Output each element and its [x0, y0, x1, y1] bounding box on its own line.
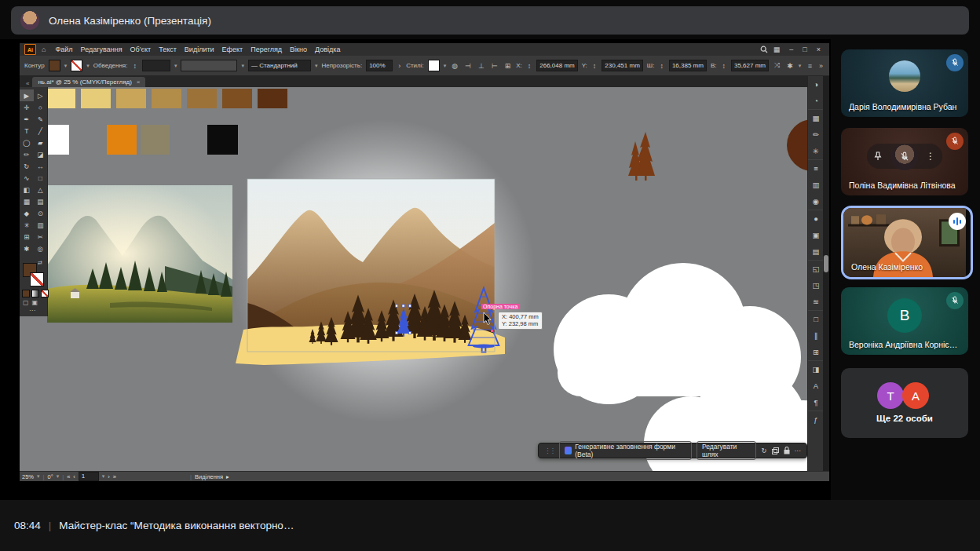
direct-selection-tool[interactable]: ▷: [34, 89, 48, 101]
menu-item[interactable]: Вікно: [286, 46, 311, 53]
refresh-icon[interactable]: ↻: [761, 447, 766, 454]
artboard-number-field[interactable]: 1: [79, 472, 99, 481]
symbol-sprayer-tool[interactable]: ✳: [20, 219, 34, 231]
width-field[interactable]: 16,385 mm: [669, 60, 707, 71]
symbols-panel-icon[interactable]: ✳: [808, 143, 824, 159]
stepper-icon[interactable]: ↕: [591, 62, 598, 70]
layers-panel-icon[interactable]: ▤: [808, 243, 824, 260]
properties-panel-icon[interactable]: ≋: [808, 294, 824, 310]
align-right-icon[interactable]: ⊢: [490, 62, 499, 70]
color-swatch-object[interactable]: [207, 125, 238, 155]
color-swatch-object[interactable]: [46, 89, 75, 108]
mesh-tool[interactable]: ▦: [20, 195, 34, 207]
document-tab[interactable]: нь.ai* @ 25 % (CMYK/Перегляд) ×: [32, 77, 145, 87]
blend-tool[interactable]: ⊙: [34, 207, 48, 219]
hand-tool[interactable]: ✱: [20, 243, 34, 254]
brown-circle-object[interactable]: [787, 119, 807, 171]
menu-item[interactable]: Редагування: [77, 46, 126, 53]
gradient-tool[interactable]: ▤: [34, 195, 48, 207]
vector-artwork[interactable]: [232, 176, 509, 366]
status-expand-icon[interactable]: ▸: [226, 473, 229, 480]
participant-tile-veronika[interactable]: B Вероніка Андріївна Корніє…: [841, 287, 968, 355]
stepper-icon[interactable]: ↕: [720, 62, 727, 70]
color-swatch-object[interactable]: [141, 125, 170, 155]
column-graph-tool[interactable]: ▥: [34, 219, 48, 231]
height-field[interactable]: 35,627 mm: [731, 60, 769, 71]
ellipse-tool[interactable]: ◯: [20, 137, 34, 148]
align-center-icon[interactable]: ⊥: [477, 62, 486, 70]
opacity-field[interactable]: 100%: [366, 60, 393, 71]
curvature-tool[interactable]: ✎: [34, 113, 48, 125]
pathfinder-panel-icon[interactable]: ◨: [808, 360, 824, 378]
pin-icon[interactable]: [874, 151, 882, 161]
shape-options-icon[interactable]: ✱: [785, 62, 795, 70]
magic-wand-tool[interactable]: ✛: [20, 101, 34, 113]
zoom-tool[interactable]: ◎: [34, 243, 48, 254]
menu-item[interactable]: Файл: [51, 46, 76, 53]
reference-photo[interactable]: [47, 185, 232, 323]
illustrator-logo[interactable]: Ai: [24, 44, 36, 55]
overflow-participants-tile[interactable]: T A Ще 22 особи: [841, 368, 968, 438]
stroke-weight-field[interactable]: [142, 60, 170, 71]
brushes-panel-icon[interactable]: ✏: [808, 126, 824, 143]
swatches-panel-icon[interactable]: ▦: [808, 109, 824, 126]
color-swatch-object[interactable]: [258, 89, 287, 108]
workspace-switcher-icon[interactable]: ▦: [770, 46, 784, 53]
slice-tool[interactable]: ✂: [34, 231, 48, 243]
swap-fill-stroke-icon[interactable]: ⇄: [38, 260, 42, 266]
next-artboard-icon[interactable]: ›: [108, 473, 110, 480]
color-swatch-object[interactable]: [222, 89, 252, 108]
stepper-icon[interactable]: ↕: [131, 62, 138, 70]
align-panel-icon[interactable]: ∥: [808, 327, 824, 344]
libraries-panel-icon[interactable]: □: [808, 310, 824, 327]
search-icon[interactable]: [760, 46, 768, 53]
artboard-tool[interactable]: ⊞: [20, 231, 34, 243]
home-icon[interactable]: ⌂: [38, 46, 49, 53]
copy-icon[interactable]: [772, 447, 779, 454]
participant-tile-olena-speaking[interactable]: Олена Казіміренко: [841, 206, 973, 279]
menu-item[interactable]: Довідка: [311, 46, 344, 53]
tile-more-icon[interactable]: ⋮: [926, 151, 935, 162]
paragraph-panel-icon[interactable]: ¶: [808, 394, 824, 411]
drag-handle-icon[interactable]: ⋮⋮: [544, 447, 554, 454]
paintbrush-tool[interactable]: ▰: [34, 137, 48, 148]
gradient-mode-button[interactable]: [31, 290, 39, 297]
shape-builder-tool[interactable]: ◧: [20, 184, 34, 195]
reference-point-icon[interactable]: ⊞: [503, 62, 513, 70]
illustrator-canvas[interactable]: ⋮⋮ Генеративне заповнення форми (Beta) Р…: [20, 87, 807, 471]
scale-tool[interactable]: ↔: [34, 160, 48, 172]
stroke-color-swatch[interactable]: [71, 60, 82, 71]
last-artboard-icon[interactable]: »: [113, 473, 116, 480]
menu-item[interactable]: Перегляд: [247, 46, 286, 53]
stepper-icon[interactable]: ↕: [526, 62, 533, 70]
color-mode-button[interactable]: [22, 290, 30, 297]
perspective-grid-tool[interactable]: △: [34, 184, 48, 195]
toolbar-stroke-swatch[interactable]: [30, 272, 44, 286]
zoom-level[interactable]: 25%: [22, 473, 34, 480]
variable-width-profile[interactable]: — Стандартний: [248, 60, 311, 71]
color-swatch-object[interactable]: [187, 89, 217, 108]
gradient-panel-icon[interactable]: ▥: [808, 177, 824, 193]
eyedropper-tool[interactable]: ◆: [20, 207, 34, 219]
opentype-panel-icon[interactable]: ƒ: [808, 411, 824, 428]
width-tool[interactable]: ∿: [20, 172, 34, 184]
generative-fill-button[interactable]: Генеративне заповнення форми (Beta): [559, 441, 692, 460]
lone-tree-object[interactable]: [628, 132, 655, 182]
color-swatch-object[interactable]: [107, 125, 137, 155]
pencil-tool[interactable]: ✏: [20, 148, 34, 160]
vertical-scrollbar[interactable]: [823, 76, 829, 471]
line-segment-tool[interactable]: ╱: [34, 125, 48, 137]
none-mode-button[interactable]: [41, 290, 49, 297]
artboards-panel-icon[interactable]: ◱: [808, 260, 824, 277]
first-artboard-icon[interactable]: «: [67, 473, 70, 480]
free-transform-tool[interactable]: □: [34, 172, 48, 184]
presenter-banner[interactable]: Олена Казіміренко (Презентація): [11, 6, 969, 35]
stepper-icon[interactable]: ↕: [658, 62, 665, 70]
edit-path-button[interactable]: Редагувати шлях: [697, 441, 757, 460]
dock-arrows-icon[interactable]: »: [817, 62, 825, 70]
color-swatch-object[interactable]: [81, 89, 111, 108]
asset-export-panel-icon[interactable]: ◳: [808, 277, 824, 294]
pen-tool[interactable]: ✒: [20, 113, 34, 125]
dock-collapse-icon[interactable]: «: [23, 80, 32, 87]
minimize-button[interactable]: –: [785, 46, 797, 53]
